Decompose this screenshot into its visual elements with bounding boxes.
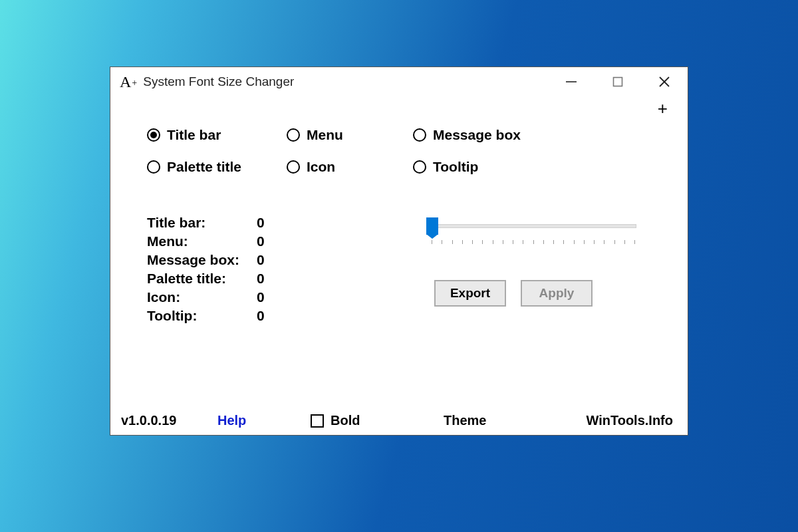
value-label: Menu:: [147, 233, 257, 249]
site-link[interactable]: WinTools.Info: [586, 413, 673, 428]
close-button[interactable]: [641, 67, 688, 96]
button-label: Apply: [539, 286, 575, 301]
radio-label: Title bar: [167, 127, 221, 143]
maximize-button[interactable]: [595, 67, 641, 96]
value-number: 0: [257, 289, 265, 305]
radio-icon: [413, 160, 426, 174]
value-number: 0: [257, 233, 265, 249]
value-number: 0: [257, 271, 265, 287]
plus-icon[interactable]: +: [658, 100, 668, 117]
radio-palette-title[interactable]: Palette title: [147, 159, 287, 175]
button-row: Export Apply: [434, 280, 651, 307]
bold-label: Bold: [331, 413, 360, 428]
value-row-icon: Icon: 0: [147, 289, 426, 305]
bold-checkbox-group[interactable]: Bold: [311, 413, 444, 428]
apply-button[interactable]: Apply: [521, 280, 593, 307]
radio-icon-option[interactable]: Icon: [287, 159, 413, 175]
radio-icon: [147, 128, 160, 142]
values-list: Title bar: 0 Menu: 0 Message box: 0 Pale…: [147, 215, 426, 327]
value-row-palette-title: Palette title: 0: [147, 271, 426, 287]
slider-thumb[interactable]: [426, 217, 438, 235]
app-window: A System Font Size Changer + Title bar M…: [110, 66, 688, 436]
value-label: Tooltip:: [147, 308, 257, 324]
value-number: 0: [257, 308, 265, 324]
value-label: Title bar:: [147, 215, 257, 231]
minimize-button[interactable]: [548, 67, 595, 96]
value-row-title-bar: Title bar: 0: [147, 215, 426, 231]
controls-column: Export Apply: [426, 215, 688, 327]
footer-bar: v1.0.0.19 Help Bold Theme WinTools.Info: [110, 413, 688, 428]
slider-ticks: [432, 240, 635, 245]
toolbar-row: +: [110, 96, 688, 120]
help-link[interactable]: Help: [217, 413, 311, 428]
radio-label: Tooltip: [433, 159, 478, 175]
radio-message-box[interactable]: Message box: [413, 127, 599, 143]
value-number: 0: [257, 215, 265, 231]
value-label: Message box:: [147, 252, 257, 268]
value-row-menu: Menu: 0: [147, 233, 426, 249]
version-label: v1.0.0.19: [121, 413, 217, 428]
radio-icon: [413, 128, 426, 142]
titlebar[interactable]: A System Font Size Changer: [110, 67, 688, 96]
radio-icon: [287, 128, 300, 142]
radio-tooltip[interactable]: Tooltip: [413, 159, 599, 175]
value-row-tooltip: Tooltip: 0: [147, 308, 426, 324]
radio-title-bar[interactable]: Title bar: [147, 127, 287, 143]
radio-label: Menu: [307, 127, 343, 143]
radio-label: Palette title: [167, 159, 241, 175]
svg-rect-1: [614, 78, 622, 86]
radio-menu[interactable]: Menu: [287, 127, 413, 143]
radio-icon: [287, 160, 300, 174]
element-radio-group: Title bar Menu Message box Palette title…: [110, 120, 688, 175]
radio-icon: [147, 160, 160, 174]
value-number: 0: [257, 252, 265, 268]
export-button[interactable]: Export: [434, 280, 506, 307]
value-label: Icon:: [147, 289, 257, 305]
window-controls: [548, 67, 688, 96]
value-label: Palette title:: [147, 271, 257, 287]
theme-link[interactable]: Theme: [444, 413, 557, 428]
button-label: Export: [450, 286, 490, 301]
checkbox-icon[interactable]: [311, 414, 324, 428]
radio-label: Message box: [433, 127, 521, 143]
slider-track: [430, 224, 636, 228]
radio-label: Icon: [307, 159, 335, 175]
window-title: System Font Size Changer: [143, 74, 294, 89]
size-slider[interactable]: [426, 217, 636, 248]
mid-section: Title bar: 0 Menu: 0 Message box: 0 Pale…: [110, 175, 688, 327]
value-row-message-box: Message box: 0: [147, 252, 426, 268]
app-logo-icon: A: [120, 73, 136, 91]
